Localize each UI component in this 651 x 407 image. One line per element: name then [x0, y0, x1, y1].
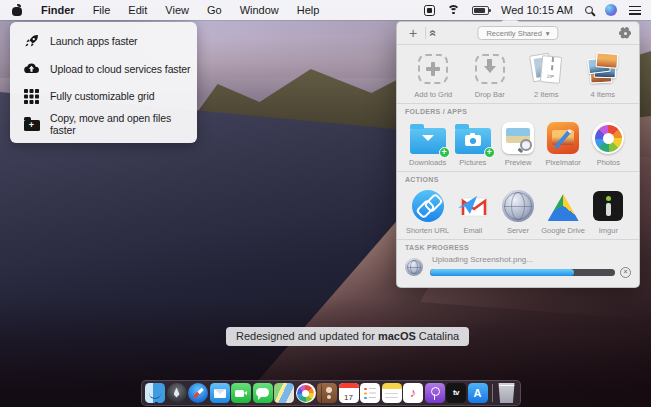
action-google-drive[interactable]: Google Drive: [541, 184, 586, 239]
menu-bar: Finder File Edit View Go Window Help Wed…: [0, 0, 651, 20]
menu-finder[interactable]: Finder: [32, 0, 84, 20]
section-title-folders-apps: FOLDERS / APPS: [405, 108, 631, 115]
photo-stack-icon: [583, 50, 623, 88]
section-title-actions: ACTIONS: [405, 176, 631, 183]
apple-menu-icon[interactable]: [12, 5, 22, 16]
feature-row-copy: + Copy, move and open files faster: [10, 111, 197, 136]
dock-icon-photos[interactable]: [296, 383, 316, 403]
menu-bar-clock[interactable]: Wed 10:15 AM: [501, 4, 573, 16]
server-globe-icon: [502, 188, 534, 224]
feature-label: Launch apps faster: [50, 35, 138, 47]
music-note-glyph: ♪: [403, 383, 423, 403]
rocket-icon: [23, 33, 40, 50]
item-downloads[interactable]: Downloads: [405, 116, 450, 171]
dock-icon-trash[interactable]: [497, 383, 517, 403]
item-preview[interactable]: Preview: [495, 116, 540, 171]
running-indicator: [155, 402, 158, 403]
dock-icon-facetime[interactable]: [231, 383, 251, 403]
action-label: Server: [507, 226, 529, 235]
caption-pill: Redesigned and updated for macOS Catalin…: [226, 327, 469, 346]
dock-icon-tv[interactable]: tv: [446, 383, 466, 403]
zip-files-icon: ZIP: [528, 50, 564, 88]
menu-bar-status: Wed 10:15 AM: [424, 0, 651, 20]
item-label: Preview: [505, 158, 532, 167]
dock-icon-podcasts[interactable]: [425, 383, 445, 403]
item-pixelmator[interactable]: Pixelmator: [541, 116, 586, 171]
chevron-down-icon: ▾: [546, 29, 550, 38]
spotlight-search-icon[interactable]: [585, 6, 593, 14]
drop-target-label: 2 Items: [534, 90, 559, 99]
dock-icon-appstore[interactable]: A: [468, 383, 488, 403]
menu-edit[interactable]: Edit: [119, 0, 156, 20]
menu-help[interactable]: Help: [288, 0, 329, 20]
grid-icon: [23, 88, 40, 105]
menu-view[interactable]: View: [156, 0, 198, 20]
imgur-icon: [593, 188, 623, 224]
drop-bar-icon: [475, 50, 505, 88]
dropzone-menubar-icon[interactable]: [424, 5, 435, 16]
dock-icon-safari[interactable]: [188, 383, 208, 403]
feature-label: Upload to cloud services faster: [50, 63, 190, 75]
item-photos[interactable]: Photos: [586, 116, 631, 171]
menu-window[interactable]: Window: [231, 0, 288, 20]
dock-icon-calendar[interactable]: 17: [339, 383, 359, 403]
notification-center-icon[interactable]: [629, 6, 641, 15]
add-button[interactable]: +: [405, 26, 421, 40]
feature-row-grid: Fully customizable grid: [10, 84, 197, 109]
drop-target-label: Drop Bar: [475, 90, 505, 99]
caption-suffix: Catalina: [416, 330, 459, 342]
pixelmator-app-icon: [547, 120, 579, 156]
dock-icon-mail[interactable]: [210, 383, 230, 403]
dock-icon-launchpad[interactable]: [167, 383, 187, 403]
menu-go[interactable]: Go: [198, 0, 231, 20]
upload-task-body: Uploading Screenshot.png... ×: [430, 255, 631, 278]
preview-app-icon: [502, 120, 534, 156]
collapse-chevrons-icon[interactable]: «: [427, 30, 441, 37]
action-imgur[interactable]: Imgur: [586, 184, 631, 239]
battery-icon[interactable]: [472, 6, 489, 15]
upload-task-row: Uploading Screenshot.png... ×: [405, 252, 631, 280]
dock-icon-finder[interactable]: [145, 383, 165, 403]
recently-shared-dropdown[interactable]: Recently Shared ▾: [477, 26, 558, 40]
dropzone-popover: + « Recently Shared ▾ Add to Grid Drop B…: [396, 21, 640, 288]
tv-glyph: tv: [446, 383, 466, 403]
drop-target-label: 4 Items: [590, 90, 615, 99]
siri-icon[interactable]: [605, 4, 617, 16]
feature-row-launch: Launch apps faster: [10, 29, 197, 54]
google-drive-icon: [548, 188, 579, 224]
downloads-folder-icon: [410, 120, 446, 156]
divider: [397, 103, 639, 104]
action-email[interactable]: Email: [450, 184, 495, 239]
action-server[interactable]: Server: [495, 184, 540, 239]
dock-icon-reminders[interactable]: [360, 383, 380, 403]
drop-target-add-to-grid[interactable]: Add to Grid: [405, 45, 462, 103]
feature-label: Copy, move and open files faster: [50, 112, 197, 136]
folder-plus-icon: +: [23, 115, 40, 132]
action-label: Shorten URL: [406, 226, 449, 235]
section-title-task-progress: TASK PROGRESS: [405, 244, 631, 251]
action-label: Imgur: [599, 226, 618, 235]
action-label: Google Drive: [541, 226, 585, 235]
cancel-upload-button[interactable]: ×: [620, 267, 631, 278]
menu-file[interactable]: File: [84, 0, 120, 20]
gear-icon[interactable]: [619, 27, 631, 39]
item-label: Downloads: [409, 158, 446, 167]
dock-icon-notes[interactable]: [382, 383, 402, 403]
divider: [397, 171, 639, 172]
upload-task-label: Uploading Screenshot.png...: [432, 255, 631, 264]
item-pictures[interactable]: Pictures: [450, 116, 495, 171]
drop-target-2-items[interactable]: ZIP 2 Items: [518, 45, 575, 103]
dock-icon-music[interactable]: ♪: [403, 383, 423, 403]
dock-icon-messages[interactable]: [253, 383, 273, 403]
drop-target-drop-bar[interactable]: Drop Bar: [462, 45, 519, 103]
link-icon: [412, 188, 444, 224]
actions-row: Shorten URL Email Server Google Drive Im…: [405, 184, 631, 239]
pictures-folder-icon: [455, 120, 491, 156]
dock-icon-maps[interactable]: [274, 383, 294, 403]
action-shorten-url[interactable]: Shorten URL: [405, 184, 450, 239]
feature-panel: Launch apps faster Upload to cloud servi…: [10, 22, 197, 143]
wifi-icon[interactable]: [447, 5, 460, 15]
drop-target-4-items[interactable]: 4 Items: [575, 45, 632, 103]
dock-icon-contacts[interactable]: [317, 383, 337, 403]
cloud-upload-icon: [23, 60, 40, 77]
